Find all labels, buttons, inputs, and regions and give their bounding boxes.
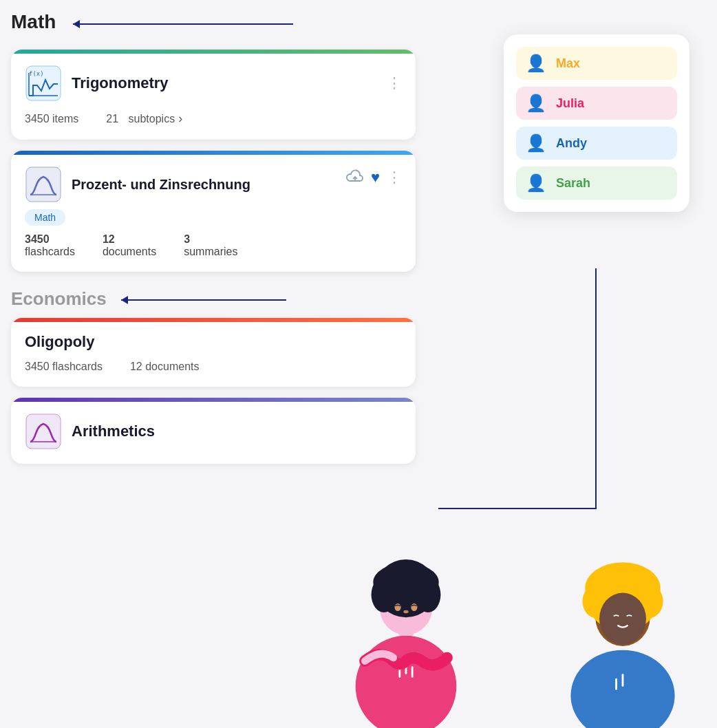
trig-icon: f(x) (25, 65, 62, 102)
svg-point-9 (356, 636, 457, 728)
prozent-card: Prozent- und Zinsrechnung ♥ ⋮ (11, 151, 416, 272)
subtopics-chevron: › (178, 111, 182, 126)
prozent-more-btn[interactable]: ⋮ (387, 169, 402, 186)
svg-rect-4 (26, 167, 61, 202)
svg-point-18 (403, 610, 408, 614)
julia-avatar-icon: 👤 (526, 94, 546, 113)
user-andy[interactable]: 👤 Andy (516, 127, 677, 160)
andy-name: Andy (556, 136, 587, 151)
arithmetics-title: Arithmetics (72, 422, 155, 440)
trig-title: Trigonometry (72, 74, 169, 92)
trig-title-row: f(x) Trigonometry (25, 65, 169, 102)
prozent-documents: 12 documents (103, 233, 156, 258)
person1-illustration (330, 480, 482, 728)
economics-arrow (121, 299, 286, 301)
prozent-title: Prozent- und Zinsrechnung (72, 175, 250, 193)
svg-point-22 (570, 650, 674, 728)
math-arrow (73, 23, 293, 25)
trig-header: f(x) Trigonometry ⋮ (25, 65, 402, 102)
andy-avatar-icon: 👤 (526, 133, 546, 153)
economics-section: Economics Oligopoly 3450 flashcards 12 d… (11, 288, 416, 464)
svg-point-15 (416, 577, 441, 612)
sarah-name: Sarah (556, 176, 590, 191)
trig-more-btn[interactable]: ⋮ (387, 74, 402, 92)
horizontal-connector (438, 508, 597, 509)
main-container: Math f(x) (0, 0, 717, 728)
oligopoly-bar (11, 318, 416, 322)
prozent-actions: ♥ ⋮ (346, 169, 402, 186)
arithmetics-bar (11, 398, 416, 402)
math-tag: Math (25, 209, 65, 226)
arithmetics-icon (25, 413, 62, 450)
arithmetics-card: Arithmetics (11, 398, 416, 464)
user-max[interactable]: 👤 Max (516, 47, 677, 80)
max-avatar-icon: 👤 (526, 54, 546, 73)
oligopoly-title: Oligopoly (25, 333, 402, 351)
economics-title: Economics (11, 288, 107, 310)
trig-items: 3450 items (25, 113, 78, 125)
economics-header: Economics (11, 288, 416, 310)
oligopoly-flashcards: 3450 flashcards (25, 361, 103, 373)
max-name: Max (556, 56, 580, 71)
person2-illustration (544, 494, 702, 728)
oligopoly-stats: 3450 flashcards 12 documents (25, 361, 402, 373)
illustration-container (289, 467, 716, 728)
users-panel: 👤 Max 👤 Julia 👤 Andy 👤 Sarah (504, 34, 689, 212)
oligopoly-documents: 12 documents (130, 361, 200, 373)
user-sarah[interactable]: 👤 Sarah (516, 167, 677, 200)
math-section: Math f(x) (11, 11, 416, 272)
oligopoly-card: Oligopoly 3450 flashcards 12 documents (11, 318, 416, 387)
user-julia[interactable]: 👤 Julia (516, 87, 677, 120)
prozent-icon (25, 166, 62, 203)
prozent-header: Prozent- und Zinsrechnung ♥ ⋮ (25, 166, 402, 203)
heart-btn[interactable]: ♥ (371, 169, 380, 186)
trig-bar (11, 50, 416, 54)
svg-text:f(x): f(x) (29, 70, 44, 77)
trig-subtopics[interactable]: 21 subtopics › (106, 111, 182, 126)
sarah-avatar-icon: 👤 (526, 173, 546, 193)
svg-rect-7 (26, 414, 61, 449)
vertical-connector (595, 268, 597, 509)
svg-point-14 (372, 577, 397, 612)
julia-name: Julia (556, 96, 584, 111)
svg-point-29 (599, 593, 646, 645)
prozent-title-row: Prozent- und Zinsrechnung (25, 166, 250, 203)
prozent-bar (11, 151, 416, 155)
prozent-stats: 3450 flashcards 12 documents 3 summaries (25, 233, 402, 258)
prozent-flashcards: 3450 flashcards (25, 233, 75, 258)
math-title: Math (11, 11, 56, 33)
prozent-summaries: 3 summaries (184, 233, 237, 258)
trigonometry-card: f(x) Trigonometry ⋮ 3450 items 21 sub (11, 50, 416, 140)
economics-arrow-head (121, 296, 128, 304)
prozent-tag-row: Math (25, 211, 402, 224)
cloud-btn[interactable] (346, 169, 364, 186)
trig-stats: 3450 items 21 subtopics › (25, 111, 402, 126)
arithmetics-title-row: Arithmetics (25, 413, 402, 450)
math-arrow-head (73, 20, 80, 28)
